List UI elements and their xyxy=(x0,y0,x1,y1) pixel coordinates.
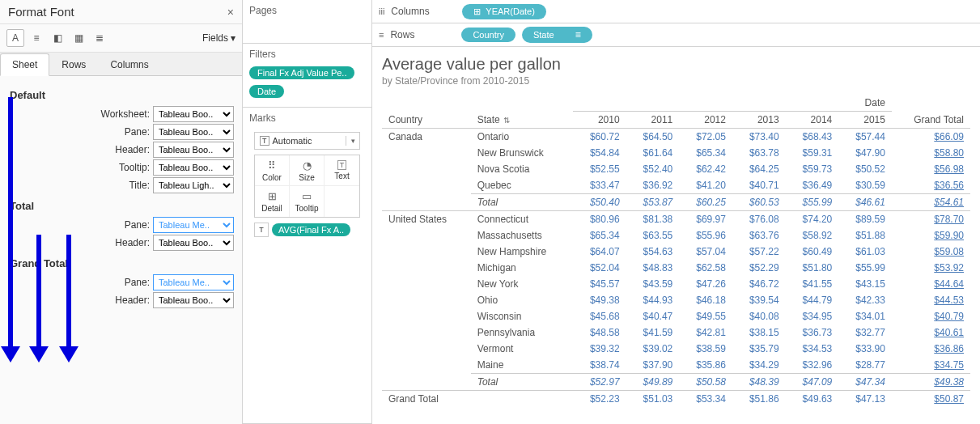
header-grand-total[interactable]: Grand Total xyxy=(892,95,970,129)
value-cell[interactable]: $44.93 xyxy=(626,292,680,308)
subtotal-cell[interactable]: $47.09 xyxy=(786,374,839,391)
value-cell[interactable]: $34.29 xyxy=(732,357,786,374)
value-cell[interactable]: $61.64 xyxy=(626,145,680,161)
value-cell[interactable]: $62.42 xyxy=(679,161,732,177)
value-cell[interactable]: $51.80 xyxy=(786,260,839,276)
value-cell[interactable]: $54.63 xyxy=(626,244,680,260)
subtotal-cell[interactable]: $60.25 xyxy=(679,194,732,211)
value-cell[interactable]: $58.92 xyxy=(786,227,839,244)
state-cell[interactable]: Wisconsin xyxy=(471,308,573,324)
value-cell[interactable]: $63.55 xyxy=(626,227,680,244)
subtotal-cell[interactable]: $52.97 xyxy=(573,374,626,391)
value-cell[interactable]: $34.01 xyxy=(838,308,892,324)
value-cell[interactable]: $33.47 xyxy=(573,177,626,194)
row-total-cell[interactable]: $59.90 xyxy=(892,227,970,244)
value-cell[interactable]: $52.04 xyxy=(573,260,626,276)
value-cell[interactable]: $50.52 xyxy=(838,161,892,177)
value-cell[interactable]: $32.77 xyxy=(838,324,892,341)
alignment-icon[interactable]: ≡ xyxy=(28,29,45,47)
marks-tooltip[interactable]: ▭Tooltip xyxy=(290,186,325,217)
value-cell[interactable]: $36.73 xyxy=(786,324,839,341)
value-cell[interactable]: $40.47 xyxy=(626,308,680,324)
tab-rows[interactable]: Rows xyxy=(49,53,98,76)
value-cell[interactable]: $72.05 xyxy=(679,129,732,146)
state-cell[interactable]: Massachusetts xyxy=(471,227,573,244)
value-cell[interactable]: $28.77 xyxy=(838,357,892,374)
row-total-cell[interactable]: $36.86 xyxy=(892,341,970,357)
state-cell[interactable]: Nova Scotia xyxy=(471,161,573,177)
country-cell[interactable]: United States xyxy=(382,211,471,391)
header-year[interactable]: 2013 xyxy=(732,112,786,129)
header-year[interactable]: 2014 xyxy=(786,112,839,129)
value-cell[interactable]: $42.81 xyxy=(679,324,732,341)
value-cell[interactable]: $64.50 xyxy=(626,129,680,146)
value-cell[interactable]: $74.20 xyxy=(786,211,839,228)
value-cell[interactable]: $52.40 xyxy=(626,161,680,177)
value-cell[interactable]: $49.38 xyxy=(573,292,626,308)
state-cell[interactable]: Vermont xyxy=(471,341,573,357)
value-cell[interactable]: $89.59 xyxy=(838,211,892,228)
value-cell[interactable]: $49.55 xyxy=(679,308,732,324)
marks-size[interactable]: ◔Size xyxy=(290,155,325,186)
value-cell[interactable]: $45.68 xyxy=(573,308,626,324)
value-cell[interactable]: $30.59 xyxy=(838,177,892,194)
subtotal-cell[interactable]: $47.34 xyxy=(838,374,892,391)
filters-shelf[interactable]: Filters Final Fx Adj Value Pe.. Date xyxy=(243,44,371,108)
state-cell[interactable]: New York xyxy=(471,276,573,292)
marks-color[interactable]: ⠿Color xyxy=(255,155,290,186)
value-cell[interactable]: $43.59 xyxy=(626,276,680,292)
marks-type-dropdown[interactable]: TAutomatic ▾ xyxy=(254,132,360,150)
value-cell[interactable]: $60.72 xyxy=(573,129,626,146)
subtotal-cell[interactable]: $50.40 xyxy=(573,194,626,211)
row-total-cell[interactable]: $78.70 xyxy=(892,211,970,228)
row-total-cell[interactable]: $34.75 xyxy=(892,357,970,374)
tab-sheet[interactable]: Sheet xyxy=(0,53,49,76)
close-icon[interactable]: × xyxy=(227,6,234,19)
grand-total-cell[interactable]: $51.03 xyxy=(626,391,680,408)
value-cell[interactable]: $35.79 xyxy=(732,341,786,357)
value-cell[interactable]: $39.54 xyxy=(732,292,786,308)
grand-total-cell[interactable]: $51.86 xyxy=(732,391,786,408)
subtotal-cell[interactable]: $55.99 xyxy=(786,194,839,211)
subtotal-total-cell[interactable]: $49.38 xyxy=(892,374,970,391)
font-select[interactable]: Tableau Boo.. xyxy=(153,235,234,251)
state-cell[interactable]: Michigan xyxy=(471,260,573,276)
row-total-cell[interactable]: $40.79 xyxy=(892,308,970,324)
value-cell[interactable]: $65.34 xyxy=(573,227,626,244)
grand-total-cell[interactable]: $53.34 xyxy=(679,391,732,408)
value-cell[interactable]: $43.15 xyxy=(838,276,892,292)
font-select[interactable]: Tableau Boo.. xyxy=(153,292,234,308)
font-format-icon[interactable]: A xyxy=(6,29,24,47)
value-cell[interactable]: $48.58 xyxy=(573,324,626,341)
subtotal-cell[interactable]: $53.87 xyxy=(626,194,680,211)
font-select[interactable]: Tableau Ligh.. xyxy=(153,177,234,193)
rows-pill-state[interactable]: State xyxy=(522,27,592,43)
marks-text[interactable]: TText xyxy=(325,155,359,186)
borders-icon[interactable]: ▦ xyxy=(70,29,87,47)
font-select[interactable]: Tableau Me.. xyxy=(153,217,234,233)
state-cell[interactable]: Quebec xyxy=(471,177,573,194)
grand-total-cell[interactable]: $52.23 xyxy=(573,391,626,408)
value-cell[interactable]: $60.49 xyxy=(786,244,839,260)
value-cell[interactable]: $37.90 xyxy=(626,357,680,374)
subtotal-cell[interactable]: $46.61 xyxy=(838,194,892,211)
filter-pill[interactable]: Date xyxy=(249,85,284,98)
row-total-cell[interactable]: $40.61 xyxy=(892,324,970,341)
value-cell[interactable]: $41.20 xyxy=(679,177,732,194)
row-total-cell[interactable]: $44.64 xyxy=(892,276,970,292)
fields-dropdown[interactable]: Fields▾ xyxy=(202,32,235,44)
font-select[interactable]: Tableau Boo.. xyxy=(153,106,234,122)
value-cell[interactable]: $54.84 xyxy=(573,145,626,161)
row-total-cell[interactable]: $53.92 xyxy=(892,260,970,276)
value-cell[interactable]: $39.02 xyxy=(626,341,680,357)
subtotal-cell[interactable]: $48.39 xyxy=(732,374,786,391)
value-cell[interactable]: $57.22 xyxy=(732,244,786,260)
state-cell[interactable]: Pennsylvania xyxy=(471,324,573,341)
state-cell[interactable]: New Hampshire xyxy=(471,244,573,260)
header-year[interactable]: 2011 xyxy=(626,112,680,129)
rows-shelf[interactable]: ≡ Rows Country State xyxy=(372,23,980,47)
lines-icon[interactable]: ≣ xyxy=(91,29,108,47)
value-cell[interactable]: $55.99 xyxy=(838,260,892,276)
shading-icon[interactable]: ◧ xyxy=(49,29,66,47)
value-cell[interactable]: $40.71 xyxy=(732,177,786,194)
